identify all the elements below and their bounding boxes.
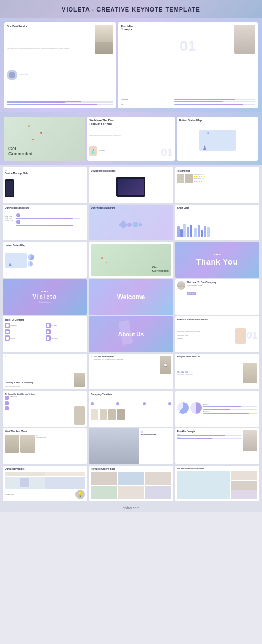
portfolio-4 <box>91 486 117 500</box>
donut-1 <box>28 254 34 260</box>
portfolio-main <box>177 471 231 499</box>
donut-chart-2 <box>190 402 202 414</box>
page-title: VIOLETA - CREATIVE KEYNOTE TEMPLATE <box>62 6 200 13</box>
preview-make-best[interactable]: We Make The BestProduct For You Lorem ip… <box>87 117 174 161</box>
toc-icon-5 <box>5 335 10 341</box>
slide-thank-you[interactable]: Thank You <box>175 242 259 278</box>
product-grid-1 <box>5 472 45 476</box>
portfolio-sm-3 <box>231 490 257 499</box>
slide-best-service[interactable]: We Bring Our Best Service To You Service… <box>3 391 87 427</box>
slide-portfolio-gallery[interactable]: Portfolio Gallery Slide <box>89 466 173 501</box>
map-card: Pasir Silencer GetConnected <box>91 244 171 276</box>
service-icon-1 <box>5 396 9 400</box>
slide-welcome[interactable]: Welcome <box>89 279 173 315</box>
product-grid-3 <box>5 477 45 489</box>
slides-grid: 01 Device Mockup Slide Lorem ipsum dolor… <box>0 165 262 504</box>
lamp-1 <box>74 373 85 387</box>
product-image <box>95 25 113 54</box>
slide-meet-team-2[interactable]: 01 Meet Our Best Team Lorem ipsum <box>89 428 173 464</box>
slide-table-content[interactable]: Table Of Content Our Service Our Team Me… <box>3 316 87 352</box>
portfolio-2 <box>118 472 144 485</box>
bag-image <box>243 363 257 383</box>
portfolio-sm-2 <box>231 481 257 490</box>
testimonial-photo-1 <box>177 174 184 183</box>
timeline-lamp-1 <box>91 409 98 420</box>
watermark: gfxtra.com <box>0 504 262 512</box>
slide-feel-quality[interactable]: 01 Feel The Better Quality Lorem ipsum d… <box>89 354 173 389</box>
slide-franklin-2[interactable]: Franklin Joseph Branch A Branch B Lorem … <box>175 428 259 464</box>
slide-company-timeline[interactable]: Company Timeline Beginning Found Expandi… <box>89 391 173 427</box>
lamp-2 <box>74 406 85 425</box>
large-preview-2: GetConnected We Make The BestProduct For… <box>0 112 262 165</box>
toc-icon-6 <box>46 335 51 341</box>
slide-welcome-company[interactable]: Welcome To Our Company Lorem ipsum dolor… <box>175 279 259 315</box>
preview-franklin[interactable]: Franklin Joseph Lorem ipsum dolor sit am… <box>118 22 258 108</box>
slide-meet-team-1[interactable]: Meet The Best Team 01 Leadership Team Lo… <box>3 428 87 464</box>
slide-device-mockup-1[interactable]: 01 Device Mockup Slide Lorem ipsum dolor… <box>3 167 87 203</box>
slide-get-connected-2[interactable]: Pasir Silencer GetConnected <box>89 242 173 278</box>
team-main-photo <box>89 428 139 464</box>
slide-violeta[interactable]: Violeta Creative Keynote <box>3 279 87 315</box>
slide-testimonial[interactable]: Testimonial Lorem ipsum dolor ★★★★★ Lore… <box>175 167 259 203</box>
preview-get-connected[interactable]: GetConnected <box>4 117 85 161</box>
portfolio-5 <box>118 486 144 500</box>
company-avatar <box>177 281 185 290</box>
service-icon-2 <box>5 401 9 405</box>
about-decor <box>118 320 133 345</box>
get-connected-text: GetConnected <box>8 146 33 156</box>
preview-best-product[interactable]: Our Best Product Lorem ipsum dolor sit a… <box>4 22 116 108</box>
slide-us-map-2[interactable]: United States Map Really Texas <box>3 242 87 278</box>
slide-best-product-2[interactable]: Our Best Product Company Name 💡 <box>3 466 87 501</box>
product-thumb: 🧴 <box>89 146 97 156</box>
large-preview-section: Our Best Product Lorem ipsum dolor sit a… <box>0 18 262 112</box>
portfolio-1 <box>91 472 117 485</box>
slide-make-best-2[interactable]: We Make The Best Product For You Lorem i… <box>175 316 259 352</box>
product-grid-2 <box>45 472 85 476</box>
slide-bring-new-life[interactable]: Bring The Whole New Life 74k 402k 60k Lo… <box>175 354 259 389</box>
timeline-lamp-2 <box>100 409 107 420</box>
product-lamp-thumb: 💡 <box>75 490 85 499</box>
donut-chart-1 <box>177 402 189 414</box>
portfolio-3 <box>145 472 171 485</box>
slide-about-us[interactable]: About Us <box>89 316 173 352</box>
watch-image: ⌚ <box>160 356 171 374</box>
toc-icon-4 <box>46 329 51 334</box>
portfolio-6 <box>145 486 171 500</box>
toc-icon-1 <box>5 323 10 328</box>
slide-creativity[interactable]: 01 Creativity Is Basic Of Everything Com… <box>3 354 87 389</box>
service-icon-3 <box>5 406 9 410</box>
slide-chart-data[interactable]: Chart Data Brand OneBrand Two <box>175 205 259 240</box>
team-photo-2 <box>20 435 35 453</box>
portfolio-sm-1 <box>231 471 257 480</box>
product-grid-4 <box>45 477 85 489</box>
slide-device-mockup-2[interactable]: Device Mockup Slides <box>89 167 173 203</box>
us-map-2 <box>5 253 27 268</box>
slide-process-1[interactable]: Our Process Diagram Shop TitleShop TwoMa… <box>3 205 87 240</box>
product-icon <box>7 70 17 80</box>
slide-process-2[interactable]: Our Process Diagram <box>89 205 173 240</box>
timeline-lamp-4 <box>117 409 125 420</box>
us-map-graphic <box>199 130 236 151</box>
slide-best-portfolio[interactable]: Our Best Portfolio Gallery Slide <box>175 466 259 501</box>
timeline-lamp-3 <box>108 409 116 420</box>
toc-icon-2 <box>46 323 51 328</box>
slide-donuts[interactable]: Statistics Statistics Branch A Branch B … <box>175 391 259 427</box>
profile-photo <box>234 25 255 54</box>
donut-2 <box>28 261 33 267</box>
team-photo-1 <box>5 435 19 453</box>
franklin-photo-2 <box>243 430 257 451</box>
page-header: VIOLETA - CREATIVE KEYNOTE TEMPLATE <box>0 0 262 18</box>
make-best-title: We Make The BestProduct For You <box>89 119 172 126</box>
testimonial-photo-2 <box>185 174 193 183</box>
preview-us-map[interactable]: United States Map <box>177 117 258 161</box>
product-mug <box>235 328 246 344</box>
toc-icon-3 <box>5 329 10 334</box>
